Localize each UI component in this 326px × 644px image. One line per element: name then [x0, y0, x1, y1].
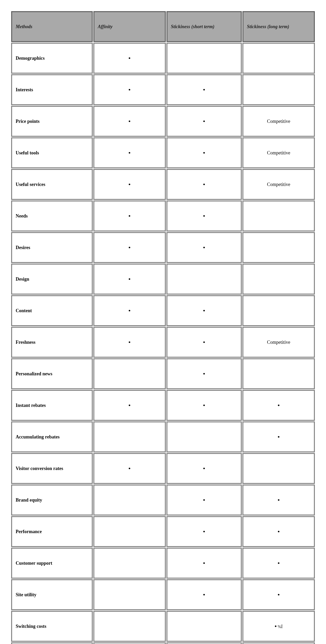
header-long: Stickiness (long term): [242, 11, 315, 42]
long-cell: [242, 453, 315, 484]
affinity-cell: •: [93, 264, 166, 294]
affinity-cell: [93, 548, 166, 579]
short-cell: •: [167, 358, 242, 389]
header-affinity: Affinity: [93, 11, 166, 42]
affinity-cell: [93, 579, 166, 610]
short-cell: •: [167, 485, 242, 515]
short-cell: •: [167, 106, 242, 137]
short-cell: •: [167, 579, 242, 610]
short-cell: [167, 43, 242, 74]
method-cell: Site utility: [11, 579, 93, 610]
affinity-cell: •: [93, 137, 166, 168]
method-cell: Content: [11, 295, 93, 326]
long-cell: [242, 295, 315, 326]
long-cell: [242, 232, 315, 263]
affinity-cell: •: [93, 106, 166, 137]
method-cell: Visitor conversion rates: [11, 453, 93, 484]
table-row: Instant rebates•••: [11, 390, 315, 421]
table-row: Process integration•: [11, 642, 315, 644]
long-cell: [242, 74, 315, 105]
affinity-cell: •: [93, 201, 166, 231]
method-cell: Performance: [11, 516, 93, 547]
method-cell: Demographics: [11, 43, 93, 74]
short-cell: •: [167, 516, 242, 547]
affinity-cell: [93, 516, 166, 547]
method-cell: Useful tools: [11, 137, 93, 168]
header-methods: Methods: [11, 11, 93, 42]
long-cell: [242, 201, 315, 231]
short-cell: •: [167, 548, 242, 579]
long-cell: •: [242, 390, 315, 421]
method-cell: Freshness: [11, 327, 93, 358]
short-cell: •: [167, 74, 242, 105]
method-cell: Accumulating rebates: [11, 422, 93, 452]
short-cell: •: [167, 390, 242, 421]
short-cell: [167, 642, 242, 644]
long-cell: •: [242, 485, 315, 515]
long-cell: •: [242, 548, 315, 579]
affinity-cell: •: [93, 327, 166, 358]
method-cell: Needs: [11, 201, 93, 231]
affinity-cell: •: [93, 453, 166, 484]
methods-table: Methods Affinity Stickiness (short term)…: [10, 10, 316, 644]
method-cell: Switching costs: [11, 611, 93, 642]
short-cell: •: [167, 453, 242, 484]
affinity-cell: •: [93, 295, 166, 326]
affinity-cell: •: [93, 390, 166, 421]
long-cell: •: [242, 642, 315, 644]
short-cell: •: [167, 327, 242, 358]
long-cell: Competitive: [242, 137, 315, 168]
table-row: Personalized news•: [11, 358, 315, 389]
long-cell: [242, 358, 315, 389]
short-cell: •: [167, 232, 242, 263]
long-cell: Competitive: [242, 169, 315, 200]
table-row: Needs••: [11, 201, 315, 231]
table-header-row: Methods Affinity Stickiness (short term)…: [11, 11, 315, 42]
long-cell: •: [242, 579, 315, 610]
table-row: Demographics•: [11, 43, 315, 74]
table-row: Customer support••: [11, 548, 315, 579]
table-row: Brand equity••: [11, 485, 315, 515]
table-row: Content••: [11, 295, 315, 326]
method-cell: Interests: [11, 74, 93, 105]
method-cell: Desires: [11, 232, 93, 263]
affinity-cell: [93, 611, 166, 642]
method-cell: Design: [11, 264, 93, 294]
affinity-cell: •: [93, 232, 166, 263]
short-cell: •: [167, 295, 242, 326]
table-row: Useful tools••Competitive: [11, 137, 315, 168]
table-row: Switching costs• %Ï: [11, 611, 315, 642]
short-cell: •: [167, 169, 242, 200]
table-row: Desires••: [11, 232, 315, 263]
short-cell: •: [167, 137, 242, 168]
long-cell: •: [242, 422, 315, 452]
method-cell: Instant rebates: [11, 390, 93, 421]
table-row: Performance••: [11, 516, 315, 547]
long-cell: •: [242, 516, 315, 547]
method-cell: Personalized news: [11, 358, 93, 389]
affinity-cell: •: [93, 43, 166, 74]
table-row: Interests••: [11, 74, 315, 105]
affinity-cell: [93, 358, 166, 389]
long-cell: Competitive: [242, 106, 315, 137]
short-cell: [167, 422, 242, 452]
long-cell: [242, 43, 315, 74]
method-cell: Price points: [11, 106, 93, 137]
table-row: Design•: [11, 264, 315, 294]
affinity-cell: •: [93, 74, 166, 105]
table-row: Freshness••Competitive: [11, 327, 315, 358]
table-row: Useful services••Competitive: [11, 169, 315, 200]
affinity-cell: [93, 642, 166, 644]
short-cell: •: [167, 201, 242, 231]
long-cell: [242, 264, 315, 294]
long-cell: Competitive: [242, 327, 315, 358]
method-cell: Useful services: [11, 169, 93, 200]
affinity-cell: [93, 485, 166, 515]
method-cell: Customer support: [11, 548, 93, 579]
table-row: Accumulating rebates•: [11, 422, 315, 452]
header-short: Stickiness (short term): [167, 11, 242, 42]
short-cell: [167, 264, 242, 294]
short-cell: [167, 611, 242, 642]
method-cell: Process integration: [11, 642, 93, 644]
table-row: Visitor conversion rates••: [11, 453, 315, 484]
